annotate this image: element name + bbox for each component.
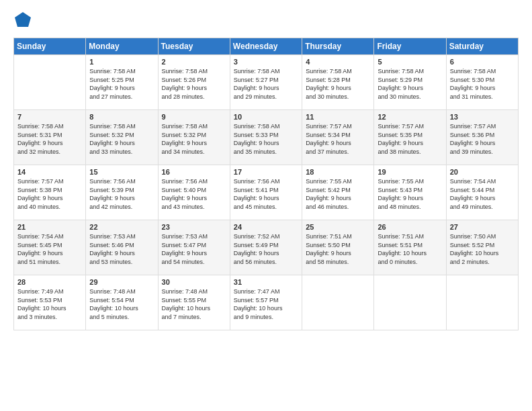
calendar-cell: 27Sunrise: 7:50 AM Sunset: 5:52 PM Dayli…: [446, 220, 518, 275]
calendar-cell: 24Sunrise: 7:52 AM Sunset: 5:49 PM Dayli…: [230, 220, 302, 275]
header: [13, 11, 519, 30]
calendar-cell: 22Sunrise: 7:53 AM Sunset: 5:46 PM Dayli…: [86, 220, 158, 275]
calendar-cell: 11Sunrise: 7:57 AM Sunset: 5:34 PM Dayli…: [302, 110, 374, 165]
day-number: 7: [17, 113, 82, 121]
calendar-cell: 26Sunrise: 7:51 AM Sunset: 5:51 PM Dayli…: [374, 220, 446, 275]
calendar-cell: 16Sunrise: 7:56 AM Sunset: 5:40 PM Dayli…: [158, 165, 230, 220]
calendar-cell: 3Sunrise: 7:58 AM Sunset: 5:27 PM Daylig…: [230, 55, 302, 110]
day-info: Sunrise: 7:49 AM Sunset: 5:53 PM Dayligh…: [17, 287, 82, 321]
day-number: 5: [378, 58, 442, 66]
day-info: Sunrise: 7:48 AM Sunset: 5:54 PM Dayligh…: [89, 287, 154, 321]
calendar-cell: 14Sunrise: 7:57 AM Sunset: 5:38 PM Dayli…: [14, 165, 86, 220]
calendar-cell: 23Sunrise: 7:53 AM Sunset: 5:47 PM Dayli…: [158, 220, 230, 275]
day-number: 2: [162, 58, 226, 66]
header-cell-wednesday: Wednesday: [230, 38, 302, 55]
day-number: 8: [89, 113, 154, 121]
header-cell-saturday: Saturday: [446, 38, 518, 55]
day-number: 21: [17, 223, 82, 231]
logo: [13, 11, 35, 30]
page-container: SundayMondayTuesdayWednesdayThursdayFrid…: [0, 0, 532, 337]
calendar-cell: 10Sunrise: 7:58 AM Sunset: 5:33 PM Dayli…: [230, 110, 302, 165]
day-number: 15: [89, 168, 154, 176]
calendar-cell: 17Sunrise: 7:56 AM Sunset: 5:41 PM Dayli…: [230, 165, 302, 220]
day-info: Sunrise: 7:57 AM Sunset: 5:35 PM Dayligh…: [378, 122, 442, 156]
day-info: Sunrise: 7:50 AM Sunset: 5:52 PM Dayligh…: [450, 232, 515, 266]
calendar-cell: 20Sunrise: 7:54 AM Sunset: 5:44 PM Dayli…: [446, 165, 518, 220]
logo-icon: [13, 11, 32, 30]
calendar-cell: 28Sunrise: 7:49 AM Sunset: 5:53 PM Dayli…: [14, 275, 86, 330]
day-number: 23: [162, 223, 226, 231]
day-number: 24: [234, 223, 298, 231]
day-number: 9: [162, 113, 226, 121]
day-number: 27: [450, 223, 515, 231]
day-info: Sunrise: 7:48 AM Sunset: 5:55 PM Dayligh…: [162, 287, 226, 321]
day-info: Sunrise: 7:58 AM Sunset: 5:25 PM Dayligh…: [89, 67, 154, 101]
day-info: Sunrise: 7:57 AM Sunset: 5:38 PM Dayligh…: [17, 177, 82, 211]
week-row-3: 14Sunrise: 7:57 AM Sunset: 5:38 PM Dayli…: [14, 165, 519, 220]
calendar-cell: 1Sunrise: 7:58 AM Sunset: 5:25 PM Daylig…: [86, 55, 158, 110]
day-info: Sunrise: 7:58 AM Sunset: 5:32 PM Dayligh…: [162, 122, 226, 156]
day-info: Sunrise: 7:58 AM Sunset: 5:27 PM Dayligh…: [234, 67, 298, 101]
day-number: 17: [234, 168, 298, 176]
day-number: 28: [17, 278, 82, 286]
day-number: 13: [450, 113, 515, 121]
calendar-cell: 6Sunrise: 7:58 AM Sunset: 5:30 PM Daylig…: [446, 55, 518, 110]
day-number: 19: [378, 168, 442, 176]
day-info: Sunrise: 7:53 AM Sunset: 5:47 PM Dayligh…: [162, 232, 226, 266]
day-number: 14: [17, 168, 82, 176]
calendar-cell: 7Sunrise: 7:58 AM Sunset: 5:31 PM Daylig…: [14, 110, 86, 165]
day-number: 16: [162, 168, 226, 176]
day-number: 11: [306, 113, 370, 121]
calendar-cell: 12Sunrise: 7:57 AM Sunset: 5:35 PM Dayli…: [374, 110, 446, 165]
calendar-cell: 18Sunrise: 7:55 AM Sunset: 5:42 PM Dayli…: [302, 165, 374, 220]
day-info: Sunrise: 7:58 AM Sunset: 5:26 PM Dayligh…: [162, 67, 226, 101]
day-info: Sunrise: 7:57 AM Sunset: 5:34 PM Dayligh…: [306, 122, 370, 156]
calendar-cell: [446, 275, 518, 330]
day-number: 31: [234, 278, 298, 286]
day-number: 22: [89, 223, 154, 231]
calendar-cell: 25Sunrise: 7:51 AM Sunset: 5:50 PM Dayli…: [302, 220, 374, 275]
calendar-cell: [302, 275, 374, 330]
day-info: Sunrise: 7:58 AM Sunset: 5:30 PM Dayligh…: [450, 67, 515, 101]
calendar-cell: 15Sunrise: 7:56 AM Sunset: 5:39 PM Dayli…: [86, 165, 158, 220]
day-number: 6: [450, 58, 515, 66]
day-info: Sunrise: 7:58 AM Sunset: 5:28 PM Dayligh…: [306, 67, 370, 101]
day-info: Sunrise: 7:56 AM Sunset: 5:40 PM Dayligh…: [162, 177, 226, 211]
day-number: 4: [306, 58, 370, 66]
header-cell-friday: Friday: [374, 38, 446, 55]
day-info: Sunrise: 7:54 AM Sunset: 5:45 PM Dayligh…: [17, 232, 82, 266]
calendar-cell: 13Sunrise: 7:57 AM Sunset: 5:36 PM Dayli…: [446, 110, 518, 165]
header-cell-thursday: Thursday: [302, 38, 374, 55]
calendar-cell: 2Sunrise: 7:58 AM Sunset: 5:26 PM Daylig…: [158, 55, 230, 110]
day-number: 12: [378, 113, 442, 121]
calendar-cell: 8Sunrise: 7:58 AM Sunset: 5:32 PM Daylig…: [86, 110, 158, 165]
calendar-cell: 19Sunrise: 7:55 AM Sunset: 5:43 PM Dayli…: [374, 165, 446, 220]
day-number: 26: [378, 223, 442, 231]
week-row-1: 1Sunrise: 7:58 AM Sunset: 5:25 PM Daylig…: [14, 55, 519, 110]
calendar-cell: 30Sunrise: 7:48 AM Sunset: 5:55 PM Dayli…: [158, 275, 230, 330]
svg-marker-0: [15, 12, 31, 27]
day-number: 1: [89, 58, 154, 66]
calendar-cell: 9Sunrise: 7:58 AM Sunset: 5:32 PM Daylig…: [158, 110, 230, 165]
header-cell-monday: Monday: [86, 38, 158, 55]
header-cell-tuesday: Tuesday: [158, 38, 230, 55]
day-info: Sunrise: 7:52 AM Sunset: 5:49 PM Dayligh…: [234, 232, 298, 266]
calendar-cell: 21Sunrise: 7:54 AM Sunset: 5:45 PM Dayli…: [14, 220, 86, 275]
day-info: Sunrise: 7:57 AM Sunset: 5:36 PM Dayligh…: [450, 122, 515, 156]
day-info: Sunrise: 7:56 AM Sunset: 5:39 PM Dayligh…: [89, 177, 154, 211]
day-number: 29: [89, 278, 154, 286]
week-row-5: 28Sunrise: 7:49 AM Sunset: 5:53 PM Dayli…: [14, 275, 519, 330]
day-info: Sunrise: 7:53 AM Sunset: 5:46 PM Dayligh…: [89, 232, 154, 266]
day-info: Sunrise: 7:51 AM Sunset: 5:50 PM Dayligh…: [306, 232, 370, 266]
day-number: 30: [162, 278, 226, 286]
day-number: 18: [306, 168, 370, 176]
calendar-cell: 31Sunrise: 7:47 AM Sunset: 5:57 PM Dayli…: [230, 275, 302, 330]
day-number: 25: [306, 223, 370, 231]
day-info: Sunrise: 7:51 AM Sunset: 5:51 PM Dayligh…: [378, 232, 442, 266]
calendar-table: SundayMondayTuesdayWednesdayThursdayFrid…: [13, 38, 519, 330]
calendar-cell: 4Sunrise: 7:58 AM Sunset: 5:28 PM Daylig…: [302, 55, 374, 110]
week-row-4: 21Sunrise: 7:54 AM Sunset: 5:45 PM Dayli…: [14, 220, 519, 275]
calendar-cell: [374, 275, 446, 330]
day-info: Sunrise: 7:58 AM Sunset: 5:33 PM Dayligh…: [234, 122, 298, 156]
calendar-cell: 29Sunrise: 7:48 AM Sunset: 5:54 PM Dayli…: [86, 275, 158, 330]
